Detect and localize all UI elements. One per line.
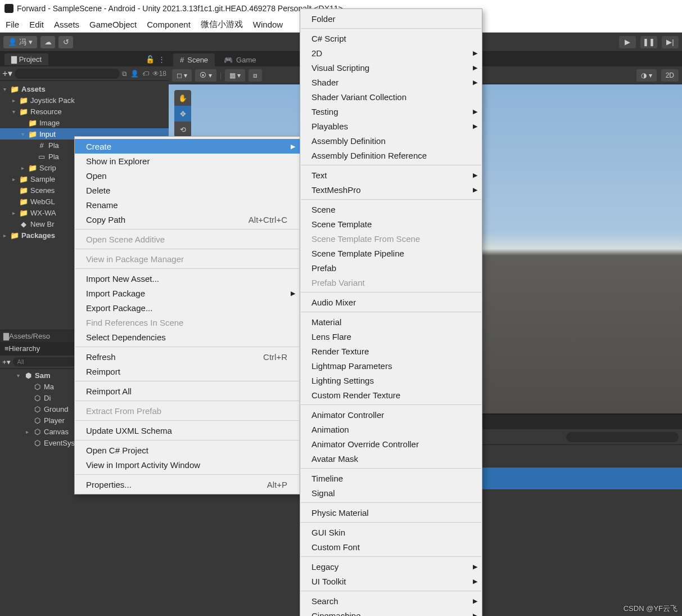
expand-arrow-icon[interactable]: ▸ xyxy=(3,232,10,239)
expand-arrow-icon[interactable]: ▸ xyxy=(12,210,19,216)
menu-item-search[interactable]: Search▶ xyxy=(300,593,482,608)
context-menu-create[interactable]: FolderC# Script2D▶Visual Scripting▶Shade… xyxy=(300,8,482,616)
pivot-button[interactable]: ⦿ ▾ xyxy=(195,69,216,82)
menu-item-signal[interactable]: Signal xyxy=(300,485,482,500)
menu-window[interactable]: Window xyxy=(253,20,283,29)
menu-item-legacy[interactable]: Legacy▶ xyxy=(300,559,482,574)
menu-edit[interactable]: Edit xyxy=(29,20,44,29)
menu-item-material[interactable]: Material xyxy=(300,314,482,329)
menu-item-import-new-asset-[interactable]: Import New Asset... xyxy=(75,271,300,286)
project-search-input[interactable] xyxy=(15,69,120,79)
tree-item-image[interactable]: 📁Image xyxy=(0,117,169,128)
expand-arrow-icon[interactable]: ▸ xyxy=(21,165,28,171)
move-tool[interactable]: ✥ xyxy=(174,106,191,122)
menu-item-assembly-definition[interactable]: Assembly Definition xyxy=(300,133,482,148)
tree-item-joystick pack[interactable]: ▸📁Joystick Pack xyxy=(0,95,169,106)
menu-item-2d[interactable]: 2D▶ xyxy=(300,46,482,60)
hand-tool[interactable]: ✋ xyxy=(174,90,191,106)
tree-item-resource[interactable]: ▾📁Resource xyxy=(0,106,169,117)
menu-item-ui-toolkit[interactable]: UI Toolkit▶ xyxy=(300,574,482,588)
menu-item-playables[interactable]: Playables▶ xyxy=(300,119,482,133)
menu-item-folder[interactable]: Folder xyxy=(300,11,482,26)
project-tab[interactable]: ▇ Project xyxy=(4,53,48,65)
step-button[interactable]: ▶| xyxy=(662,36,679,48)
context-menu-assets[interactable]: Create▶Show in ExplorerOpenDeleteRenameC… xyxy=(74,136,300,494)
menu-item-prefab[interactable]: Prefab xyxy=(300,260,482,275)
menu-item-visual-scripting[interactable]: Visual Scripting▶ xyxy=(300,60,482,75)
menu-gameobject[interactable]: GameObject xyxy=(89,20,137,29)
menu-item-c-script[interactable]: C# Script xyxy=(300,31,482,46)
menu-item-text[interactable]: Text▶ xyxy=(300,168,482,182)
menu-item-avatar-mask[interactable]: Avatar Mask xyxy=(300,451,482,466)
menu-item-import-package[interactable]: Import Package▶ xyxy=(75,286,300,300)
grid-button[interactable]: ▦ ▾ xyxy=(225,69,245,82)
menu-item-open-c-project[interactable]: Open C# Project xyxy=(75,443,300,457)
scene-tab[interactable]: # Scene xyxy=(173,53,215,66)
menu-item-export-package-[interactable]: Export Package... xyxy=(75,300,300,315)
menu-file[interactable]: File xyxy=(6,20,19,29)
menu-component[interactable]: Component xyxy=(147,20,191,29)
menu-item-reimport[interactable]: Reimport xyxy=(75,364,300,379)
menu-item-open[interactable]: Open xyxy=(75,168,300,183)
menu-item-lightmap-parameters[interactable]: Lightmap Parameters xyxy=(300,358,482,373)
menu-item-audio-mixer[interactable]: Audio Mixer xyxy=(300,295,482,309)
menu-item-gui-skin[interactable]: GUI Skin xyxy=(300,525,482,539)
account-dropdown[interactable]: 👤 冯 ▾ xyxy=(3,36,37,48)
menu-item-delete[interactable]: Delete xyxy=(75,183,300,197)
label-icon[interactable]: 🏷 xyxy=(142,70,149,78)
expand-arrow-icon[interactable]: ▾ xyxy=(17,372,24,379)
menu-item-cinemachine[interactable]: Cinemachine▶ xyxy=(300,608,482,616)
cloud-button[interactable]: ☁ xyxy=(40,36,55,48)
fav-icon[interactable]: ⧉ xyxy=(122,70,127,78)
snap-button[interactable]: ⧈ xyxy=(249,69,262,82)
menu-微信小游戏[interactable]: 微信小游戏 xyxy=(201,19,243,30)
hierarchy-add-button[interactable]: +▾ xyxy=(2,358,11,366)
menu-item-scene-template-pipeline[interactable]: Scene Template Pipeline xyxy=(300,246,482,260)
menu-item-testing[interactable]: Testing▶ xyxy=(300,104,482,119)
menu-item-scene[interactable]: Scene xyxy=(300,202,482,217)
pause-button[interactable]: ❚❚ xyxy=(640,36,657,48)
expand-arrow-icon[interactable]: ▸ xyxy=(26,429,33,435)
menu-item-properties-[interactable]: Properties...Alt+P xyxy=(75,477,300,492)
menu-item-view-in-import-activity-window[interactable]: View in Import Activity Window xyxy=(75,457,300,472)
lock-icon[interactable]: 🔓 xyxy=(146,55,155,64)
rotate-tool[interactable]: ⟲ xyxy=(174,122,191,137)
menu-item-create[interactable]: Create▶ xyxy=(75,139,300,154)
filter-icon[interactable]: 👤 xyxy=(130,70,139,78)
play-button[interactable]: ▶ xyxy=(619,36,636,48)
expand-arrow-icon[interactable]: ▾ xyxy=(12,109,19,115)
shading-button[interactable]: ◑ ▾ xyxy=(636,69,656,82)
expand-arrow-icon[interactable]: ▸ xyxy=(12,97,19,104)
menu-item-rename[interactable]: Rename xyxy=(75,197,300,212)
menu-item-animator-controller[interactable]: Animator Controller xyxy=(300,407,482,422)
menu-item-custom-render-texture[interactable]: Custom Render Texture xyxy=(300,388,482,402)
menu-item-custom-font[interactable]: Custom Font xyxy=(300,539,482,554)
expand-arrow-icon[interactable]: ▸ xyxy=(12,176,19,182)
add-button[interactable]: +▾ xyxy=(2,68,12,79)
menu-item-update-uxml-schema[interactable]: Update UXML Schema xyxy=(75,423,300,438)
history-button[interactable]: ↺ xyxy=(58,36,73,48)
menu-item-textmeshpro[interactable]: TextMeshPro▶ xyxy=(300,182,482,197)
game-tab[interactable]: 🎮 Game xyxy=(217,53,263,66)
2d-button[interactable]: 2D xyxy=(661,69,679,82)
menu-item-animation[interactable]: Animation xyxy=(300,422,482,437)
menu-item-lighting-settings[interactable]: Lighting Settings xyxy=(300,373,482,388)
menu-item-reimport-all[interactable]: Reimport All xyxy=(75,384,300,398)
menu-item-lens-flare[interactable]: Lens Flare xyxy=(300,329,482,344)
menu-item-select-dependencies[interactable]: Select Dependencies xyxy=(75,330,300,344)
menu-item-show-in-explorer[interactable]: Show in Explorer xyxy=(75,154,300,168)
menu-item-shader[interactable]: Shader▶ xyxy=(300,75,482,89)
menu-item-shader-variant-collection[interactable]: Shader Variant Collection xyxy=(300,89,482,104)
hidden-toggle[interactable]: 👁18 xyxy=(152,70,166,78)
expand-arrow-icon[interactable]: ▾ xyxy=(3,86,10,92)
expand-arrow-icon[interactable]: ▾ xyxy=(21,131,28,137)
console-search-input[interactable] xyxy=(566,432,679,442)
menu-item-timeline[interactable]: Timeline xyxy=(300,471,482,485)
menu-item-scene-template[interactable]: Scene Template xyxy=(300,217,482,231)
menu-item-copy-path[interactable]: Copy PathAlt+Ctrl+C xyxy=(75,212,300,227)
menu-item-assembly-definition-reference[interactable]: Assembly Definition Reference xyxy=(300,148,482,163)
menu-item-animator-override-controller[interactable]: Animator Override Controller xyxy=(300,437,482,451)
menu-item-render-texture[interactable]: Render Texture xyxy=(300,344,482,358)
tree-item-assets[interactable]: ▾📁Assets xyxy=(0,83,169,95)
menu-item-refresh[interactable]: RefreshCtrl+R xyxy=(75,349,300,364)
